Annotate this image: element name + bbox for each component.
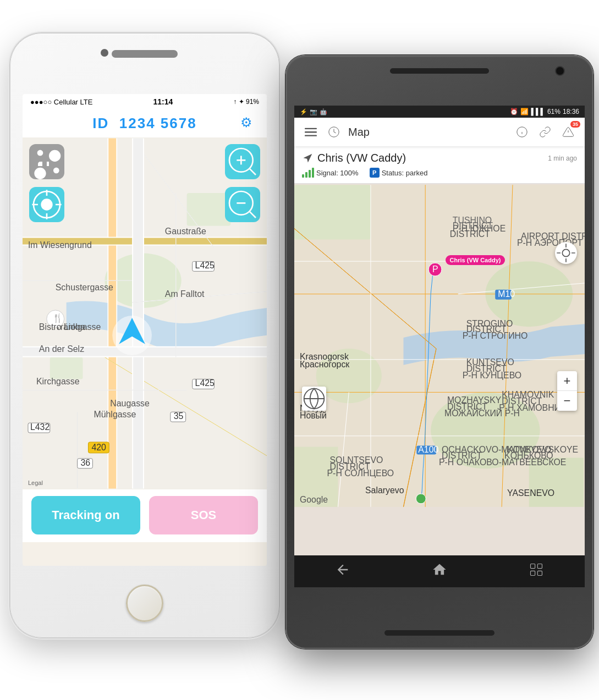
svg-point-116	[562, 250, 569, 257]
svg-text:YASENEVO: YASENEVO	[507, 488, 554, 498]
svg-text:Salaryevo: Salaryevo	[365, 486, 404, 495]
android-home-button[interactable]	[432, 562, 447, 581]
svg-text:35: 35	[174, 411, 184, 421]
android-layer-button[interactable]	[302, 387, 326, 411]
signal-bar-1	[302, 174, 304, 178]
svg-text:Новый: Новый	[300, 411, 327, 420]
android-appbar-title: Map	[348, 126, 508, 139]
android-speaker-bottom	[384, 630, 494, 636]
svg-rect-3	[50, 357, 83, 379]
svg-rect-122	[531, 571, 535, 575]
svg-text:Schustergasse: Schustergasse	[56, 283, 113, 292]
android-signal-info: Signal: 100%	[302, 168, 359, 178]
android-speaker-top	[390, 68, 489, 74]
android-recents-button[interactable]	[529, 562, 544, 581]
svg-text:Р-Н СТРОГИНО: Р-Н СТРОГИНО	[463, 331, 528, 340]
iphone-time: 11:14	[153, 97, 173, 106]
iphone-zoom-in-button[interactable]	[225, 144, 260, 179]
navigation-icon	[302, 153, 313, 164]
signal-bars	[302, 168, 314, 178]
svg-text:Р-Н ХАМОВНИ: Р-Н ХАМОВНИ	[499, 403, 560, 412]
info-button[interactable]	[513, 123, 531, 141]
android-status-bar: ⚡ 📷 🤖 ⏰ 📶 ▌▌▌ 61% 18:36	[294, 106, 585, 118]
android-vehicle-label: Chris (VW Caddy)	[446, 255, 505, 265]
svg-text:L425: L425	[195, 261, 215, 270]
iphone-map: Gaustraße Schustergasse Naugasse Tränkga…	[23, 137, 267, 489]
android-back-button[interactable]	[335, 562, 350, 581]
svg-text:Google: Google	[300, 495, 328, 504]
svg-text:KOНЬКОВО: KOНЬКОВО	[504, 451, 553, 460]
iphone-center-button[interactable]	[29, 187, 64, 222]
android-screen: ⚡ 📷 🤖 ⏰ 📶 ▌▌▌ 61% 18:36	[294, 106, 585, 587]
svg-text:Bistro Lioba: Bistro Lioba	[39, 322, 85, 332]
link-button[interactable]	[536, 123, 554, 141]
iphone-carrier: ●●●○○ Cellular LTE	[30, 98, 92, 106]
android-status-right: ⏰ 📶 ▌▌▌ 61% 18:36	[510, 108, 579, 115]
camera-icon: 📷	[310, 108, 317, 115]
iphone-device: ●●●○○ Cellular LTE 11:14 ↑ ✦ 91% ID 1234…	[10, 33, 279, 638]
svg-text:L425: L425	[195, 378, 215, 388]
signal-bar-2	[305, 172, 307, 178]
svg-text:Р-Н СОЛНЦЕВО: Р-Н СОЛНЦЕВО	[327, 468, 394, 478]
signal-label: Signal: 100%	[316, 169, 359, 177]
iphone-status-bar: ●●●○○ Cellular LTE 11:14 ↑ ✦ 91%	[23, 94, 267, 109]
svg-line-59	[249, 211, 256, 218]
android-vehicle-name: Chris (VW Caddy)	[317, 152, 406, 164]
iphone-id-display: ID 1234 5678	[92, 115, 196, 132]
svg-rect-119	[531, 564, 535, 569]
android-map: P-H ЮЖНОЕ DISTRICT TUSHINO DISTRICT STRO…	[294, 184, 585, 508]
svg-point-114	[416, 494, 426, 504]
android-zoom-out-button[interactable]: −	[557, 391, 577, 411]
sos-button[interactable]: SOS	[149, 496, 258, 534]
svg-point-56	[41, 199, 52, 210]
android-zoom-buttons: + −	[557, 371, 577, 411]
svg-line-53	[249, 168, 256, 175]
svg-text:A100: A100	[418, 445, 438, 454]
iphone-map-bg: Gaustraße Schustergasse Naugasse Tränkga…	[23, 137, 267, 489]
iphone-zoom-out-button[interactable]	[225, 187, 260, 222]
svg-text:Gaustraße: Gaustraße	[165, 227, 206, 236]
svg-rect-70	[294, 185, 371, 239]
hamburger-menu-button[interactable]	[302, 123, 320, 141]
android-appbar: Map	[294, 118, 585, 146]
iphone-home-button[interactable]	[126, 585, 163, 622]
android-vehicle-time: 1 min ago	[548, 155, 577, 162]
android-vehicle-info-row: Signal: 100% P Status: parked	[302, 168, 577, 178]
svg-marker-68	[304, 153, 312, 162]
svg-text:Красногорск: Красногорск	[300, 360, 350, 369]
iphone-id-number: 1234 5678	[119, 115, 197, 131]
android-vehicle-name-row: Chris (VW Caddy) 1 min ago	[302, 152, 577, 164]
svg-text:P: P	[432, 264, 438, 274]
tracking-button[interactable]: Tracking on	[31, 496, 140, 534]
parked-label: Status: parked	[382, 169, 428, 177]
android-location-button[interactable]	[555, 242, 577, 264]
alarm-icon: ⏰	[510, 108, 518, 115]
svg-rect-61	[305, 128, 317, 129]
android-appbar-icons: 35	[513, 123, 577, 141]
iphone-speaker	[112, 50, 178, 58]
android-map-svg: P-H ЮЖНОЕ DISTRICT TUSHINO DISTRICT STRO…	[294, 184, 585, 508]
iphone-id-label: ID	[92, 115, 109, 131]
alert-button[interactable]: 35	[559, 123, 577, 141]
iphone-camera	[101, 49, 108, 57]
svg-text:36: 36	[81, 458, 91, 467]
svg-text:Mühlgasse: Mühlgasse	[94, 410, 136, 419]
android-zoom-in-button[interactable]: +	[557, 371, 577, 391]
svg-rect-5	[108, 138, 116, 488]
usb-icon: ⚡	[300, 108, 307, 115]
svg-text:An der Selz: An der Selz	[39, 344, 84, 354]
android-status-parked-info: P Status: parked	[370, 168, 428, 178]
svg-text:Im Wiesengrund: Im Wiesengrund	[28, 240, 92, 250]
android-time: 18:36	[563, 108, 579, 115]
svg-text:DISTRICT: DISTRICT	[450, 229, 490, 239]
iphone-route-button[interactable]	[29, 144, 64, 179]
svg-rect-121	[537, 571, 542, 575]
signal-icon: ▌▌▌	[531, 108, 545, 115]
gear-icon[interactable]: ⚙	[240, 115, 258, 133]
android-status-left: ⚡ 📷 🤖	[300, 108, 327, 115]
android-vehicle-bar: Chris (VW Caddy) 1 min ago Signal: 100%	[294, 146, 585, 184]
svg-text:DISTRICT: DISTRICT	[453, 221, 493, 230]
alert-badge-count: 35	[570, 121, 580, 128]
iphone-screen: ●●●○○ Cellular LTE 11:14 ↑ ✦ 91% ID 1234…	[23, 94, 267, 566]
clock-icon	[325, 123, 343, 141]
